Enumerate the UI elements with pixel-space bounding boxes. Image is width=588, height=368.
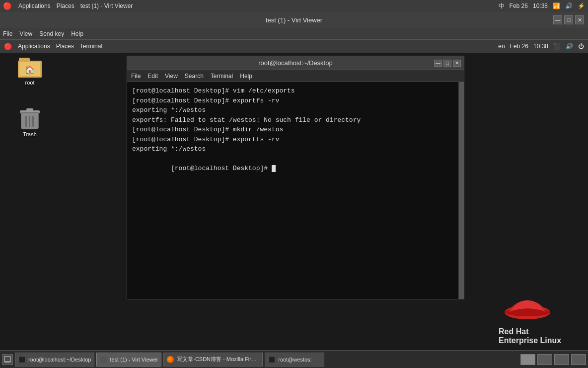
taskbar-item-firefox[interactable]: 写文章-CSDN博客 - Mozilla Firefox — [163, 353, 263, 367]
home-symbol: 🏠 — [25, 65, 35, 75]
taskbar-workspace-4[interactable] — [571, 354, 586, 365]
terminal-scrollbar-thumb — [459, 82, 464, 299]
folder-icon: 🏠 — [18, 58, 42, 78]
guest-terminal-menu[interactable]: Terminal — [80, 43, 102, 50]
host-window-title: test (1) - Virt Viewer — [80, 2, 133, 9]
virt-viewer-window: test (1) - Virt Viewer — □ ✕ File View S… — [0, 12, 588, 368]
terminal-menubar: File Edit View Search Terminal Help — [127, 70, 464, 82]
vv-close-button[interactable]: ✕ — [575, 15, 584, 24]
vv-minimize-button[interactable]: — — [553, 15, 562, 24]
redhat-icon: 🔴 — [3, 2, 11, 10]
redhat-text-line2: Enterprise Linux — [499, 336, 578, 345]
host-ime: 中 — [499, 2, 505, 10]
svg-rect-3 — [4, 362, 10, 363]
vv-menu-view[interactable]: View — [19, 30, 32, 37]
terminal-titlebar-btns: — □ ✕ — [434, 60, 461, 67]
terminal-minimize-button[interactable]: — — [434, 60, 442, 67]
guest-volume-icon: 🔊 — [566, 43, 573, 50]
guest-applications-menu[interactable]: Applications — [18, 43, 50, 50]
taskbar-workspace-2[interactable] — [537, 354, 552, 365]
guest-network-icon: ⬛ — [553, 43, 561, 50]
trash-icon — [20, 107, 40, 129]
taskbar-virt-label: test (1) - Virt Viewer — [110, 357, 158, 363]
terminal-scrollbar[interactable] — [458, 82, 464, 299]
host-topbar-left: 🔴 Applications Places test (1) - Virt Vi… — [3, 2, 133, 10]
guest-redhat-icon: 🔴 — [4, 43, 12, 50]
taskbar-show-desktop-button[interactable] — [2, 354, 13, 365]
desktop-icon-trash[interactable]: Trash — [10, 105, 50, 139]
terminal-titlebar: root@localhost:~/Desktop — □ ✕ — [127, 56, 464, 70]
term-menu-help[interactable]: Help — [240, 73, 252, 80]
guest-power-icon: ⏻ — [578, 43, 584, 50]
terminal-line-7: exporting *:/westos — [132, 144, 459, 154]
host-power-icon: ⚡ — [578, 2, 585, 9]
redhat-branding: Red Hat Enterprise Linux — [499, 295, 578, 345]
terminal-content[interactable]: [root@localhost Desktop]# vim /etc/expor… — [127, 82, 464, 299]
guest-topbar: 🔴 Applications Places Terminal en Feb 26… — [0, 40, 588, 53]
term-menu-terminal[interactable]: Terminal — [211, 73, 233, 80]
guest-locale: en — [498, 43, 505, 50]
vv-menubar: File View Send key Help — [0, 28, 588, 40]
vv-maximize-button[interactable]: □ — [564, 15, 573, 24]
taskbar-firefox-icon — [167, 356, 174, 363]
taskbar-terminal-icon — [18, 356, 25, 363]
root-icon-label: root — [25, 80, 35, 86]
terminal-line-8: [root@localhost Desktop]# — [132, 154, 459, 184]
vv-titlebar-buttons: — □ ✕ — [553, 15, 584, 24]
terminal-line-2: [root@localhost Desktop]# exportfs -rv — [132, 96, 459, 106]
term-menu-search[interactable]: Search — [185, 73, 204, 80]
trash-icon-label: Trash — [23, 131, 37, 137]
host-date: Feb 26 — [510, 2, 528, 9]
taskbar-terminal2-label: root@westos: — [278, 357, 311, 363]
terminal-close-button[interactable]: ✕ — [453, 60, 461, 67]
guest-places-menu[interactable]: Places — [56, 43, 74, 50]
host-network-icon: 📶 — [553, 2, 560, 9]
taskbar-workspace-3[interactable] — [554, 354, 569, 365]
guest-topbar-left: 🔴 Applications Places Terminal — [4, 43, 102, 50]
term-menu-file[interactable]: File — [131, 73, 141, 80]
terminal-line-3: exporting *:/westos — [132, 105, 459, 115]
taskbar-item-terminal[interactable]: root@localhost:~/Desktop — [15, 353, 94, 367]
guest-time: 10:38 — [533, 43, 548, 50]
redhat-logo-svg — [499, 295, 578, 330]
host-volume-icon: 🔊 — [565, 2, 573, 9]
host-topbar-right: 中 Feb 26 10:38 📶 🔊 ⚡ — [499, 2, 585, 10]
terminal-window: root@localhost:~/Desktop — □ ✕ File Edit… — [127, 56, 464, 299]
terminal-line-4: exportfs: Failed to stat /westos: No suc… — [132, 115, 459, 125]
taskbar-firefox-label: 写文章-CSDN博客 - Mozilla Firefox — [177, 356, 259, 363]
taskbar-workspace-1[interactable] — [520, 354, 535, 365]
guest-topbar-right: en Feb 26 10:38 ⬛ 🔊 ⏻ — [498, 43, 584, 50]
vv-titlebar: test (1) - Virt Viewer — □ ✕ — [0, 12, 588, 28]
host-topbar: 🔴 Applications Places test (1) - Virt Vi… — [0, 0, 588, 12]
terminal-line-1: [root@localhost Desktop]# vim /etc/expor… — [132, 86, 459, 96]
terminal-title: root@localhost:~/Desktop — [258, 59, 332, 67]
terminal-cursor — [272, 165, 276, 172]
taskbar-item-virt[interactable]: test (1) - Virt Viewer — [96, 353, 161, 367]
terminal-maximize-button[interactable]: □ — [443, 60, 451, 67]
host-places-menu[interactable]: Places — [57, 2, 74, 9]
show-desktop-icon — [4, 356, 11, 363]
taskbar: root@localhost:~/Desktop test (1) - Virt… — [0, 350, 588, 368]
taskbar-virt-icon — [100, 356, 107, 363]
desktop-icon-root[interactable]: 🏠 root — [10, 56, 50, 88]
host-applications-menu[interactable]: Applications — [18, 2, 51, 9]
term-menu-view[interactable]: View — [165, 73, 178, 80]
guest-date: Feb 26 — [510, 43, 528, 50]
taskbar-item-terminal2[interactable]: root@westos: — [265, 353, 324, 367]
terminal-line-5: [root@localhost Desktop]# mkdir /westos — [132, 125, 459, 135]
vv-menu-help[interactable]: Help — [71, 30, 83, 37]
vv-menu-sendkey[interactable]: Send key — [39, 30, 64, 37]
taskbar-terminal-label: root@localhost:~/Desktop — [28, 357, 91, 363]
vv-title: test (1) - Virt Viewer — [266, 16, 322, 24]
taskbar-terminal2-icon — [268, 356, 275, 363]
vv-menu-file[interactable]: File — [3, 30, 12, 37]
svg-rect-2 — [4, 357, 10, 362]
term-menu-edit[interactable]: Edit — [147, 73, 158, 80]
guest-desktop: 🔴 Applications Places Terminal en Feb 26… — [0, 40, 588, 368]
terminal-line-6: [root@localhost Desktop]# exportfs -rv — [132, 135, 459, 145]
host-time: 10:38 — [533, 2, 548, 9]
